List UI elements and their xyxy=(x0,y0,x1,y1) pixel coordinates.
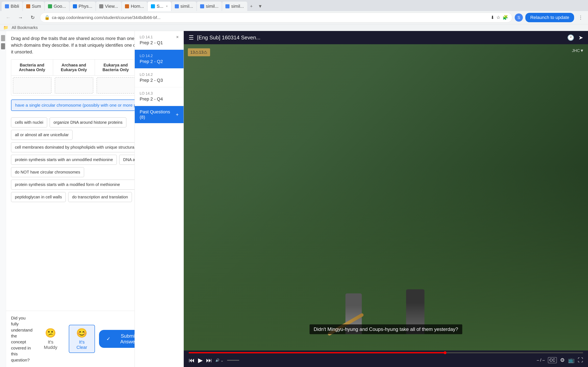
tab-label: Bibli xyxy=(11,4,19,9)
tab-simil2[interactable]: simil... xyxy=(197,2,222,11)
clear-button[interactable]: 😊 It's Clear xyxy=(69,325,95,353)
tab-simil3[interactable]: simil... xyxy=(222,2,247,11)
video-header-icons: 🕐 ➤ xyxy=(567,34,583,41)
tab-favicon xyxy=(225,4,229,8)
col-header-eukarya-bacteria: Eukarya and Bacteria Only xyxy=(95,59,137,75)
past-questions-label: Past Questions (8) xyxy=(140,109,176,120)
drop-zone-1[interactable] xyxy=(13,77,52,94)
extension-icon[interactable]: 🧩 xyxy=(502,15,508,20)
back-button[interactable]: ← xyxy=(3,13,13,22)
trait-label: protein synthesis starts with a modified… xyxy=(15,182,120,187)
tab-phys[interactable]: Phys... xyxy=(70,2,95,11)
bookmark-icon[interactable]: ☆ xyxy=(496,15,501,20)
video-subtitle: Didn't Mingyu-hyung and Coups-hyung take… xyxy=(310,324,462,334)
forward-button[interactable]: → xyxy=(16,13,25,22)
relaunch-button[interactable]: Relaunch to update xyxy=(525,13,574,22)
tab-label: Phys... xyxy=(79,4,92,9)
confidence-question: Did you fully understand the concept cov… xyxy=(11,315,33,363)
webpage-area: Drag and drop the traits that are shared… xyxy=(0,31,184,367)
tab-home[interactable]: Hom... xyxy=(122,2,147,11)
browser-menu-button[interactable]: ⋮ xyxy=(577,13,585,22)
tab-favicon xyxy=(5,4,9,8)
trait-card-cells-nuclei[interactable]: cells with nuclei xyxy=(11,117,47,127)
tab-sum[interactable]: Sum xyxy=(23,2,44,11)
muddy-button[interactable]: 😕 It's Muddy xyxy=(36,325,65,352)
video-menu-icon[interactable]: ☰ xyxy=(189,34,194,41)
address-icons: ⬇ ☆ 🧩 xyxy=(491,15,508,20)
qnav-item-q3[interactable]: LO 14.2 Prep 2 - Q3 xyxy=(135,68,183,87)
trait-label: do NOT have circular chromosomes xyxy=(15,170,80,174)
trait-card-transcription[interactable]: do transcription and translation xyxy=(68,192,132,202)
video-header: ☰ [Eng Sub] 160314 Seven... 🕐 ➤ xyxy=(184,31,588,44)
prev-video-button[interactable]: ⏮ xyxy=(189,357,195,364)
lock-icon: 🔒 xyxy=(44,15,50,20)
tab-google[interactable]: Goo... xyxy=(45,2,69,11)
qnav-lo-q3: LO 14.2 xyxy=(140,73,179,77)
qnav-item-q4[interactable]: LO 14.3 Prep 2 - Q4 xyxy=(135,87,183,106)
placed-card-text: have a single circular chromosome (possi… xyxy=(15,103,152,108)
play-button[interactable]: ▶ xyxy=(198,357,203,364)
settings-button[interactable]: ⚙ xyxy=(560,357,565,363)
qnav-lo-q1: LO 14.1 xyxy=(140,35,179,39)
trait-card-protein-methionine[interactable]: protein synthesis starts with an unmodif… xyxy=(11,155,117,165)
tab-label: simil... xyxy=(231,4,244,9)
qnav-title-q2: Prep 2 - Q2 xyxy=(140,59,179,64)
sidebar-icon xyxy=(1,35,5,41)
tab-label: simil... xyxy=(181,4,193,9)
video-share-icon[interactable]: ➤ xyxy=(579,34,583,41)
trait-card-unicellular[interactable]: all or almost all are unicellular xyxy=(11,130,72,140)
trait-label: all or almost all are unicellular xyxy=(15,133,69,137)
video-watermark-right: JHC▼ xyxy=(572,48,584,53)
tab-favicon xyxy=(73,4,77,8)
trait-label: organize DNA around histone proteins xyxy=(53,120,122,125)
cast-button[interactable]: 📺 xyxy=(568,357,575,363)
tab-label: View... xyxy=(105,4,118,9)
drop-zone-2[interactable] xyxy=(55,77,93,94)
tab-view[interactable]: View... xyxy=(96,2,121,11)
address-bar[interactable]: 🔒 ca-app.codonlearning.com/student/cours… xyxy=(40,13,512,22)
tab-label: Hom... xyxy=(131,4,144,9)
volume-bar[interactable] xyxy=(227,360,239,361)
page-sidebar xyxy=(0,31,6,367)
address-bar-row: ← → ↻ 🔒 ca-app.codonlearning.com/student… xyxy=(0,11,588,24)
controls-row: ⏮ ▶ ⏭ 🔊 ⌄ – / – CC ⚙ 📺 ⛶ xyxy=(189,357,583,364)
question-nav-close-button[interactable]: × xyxy=(174,33,181,41)
tab-overflow-button[interactable]: ▼ xyxy=(255,2,265,11)
trait-card-peptidoglycan[interactable]: peptidoglycan in cell walls xyxy=(11,192,66,202)
past-questions-plus-icon: + xyxy=(176,112,179,117)
qnav-lo-q4: LO 14.3 xyxy=(140,91,179,96)
video-area: ☰ [Eng Sub] 160314 Seven... 🕐 ➤ 13스13스 xyxy=(184,31,588,367)
reload-button[interactable]: ↻ xyxy=(28,13,38,22)
subtitles-button[interactable]: CC xyxy=(548,357,557,363)
fullscreen-button[interactable]: ⛶ xyxy=(578,357,583,363)
qnav-title-q3: Prep 2 - Q3 xyxy=(140,78,179,83)
bookmarks-label: All Bookmarks xyxy=(12,25,38,30)
profile-icon[interactable]: S xyxy=(515,13,523,22)
volume-down-icon: ⌄ xyxy=(220,358,224,363)
trait-card-histones[interactable]: organize DNA around histone proteins xyxy=(50,117,126,127)
clear-emoji: 😊 xyxy=(76,328,87,338)
qnav-item-q2[interactable]: LO 14.2 Prep 2 - Q2 xyxy=(135,50,183,68)
next-video-button[interactable]: ⏭ xyxy=(206,357,212,364)
trait-card-no-circular[interactable]: do NOT have circular chromosomes xyxy=(11,167,84,177)
muddy-label: It's Muddy xyxy=(41,340,61,350)
progress-bar[interactable] xyxy=(189,352,583,353)
tab-simil1[interactable]: simil... xyxy=(172,2,196,11)
trait-label: do transcription and translation xyxy=(72,195,128,199)
col-header-archaea-eukarya: Archaea and Eukarya Only xyxy=(53,59,95,75)
volume-button[interactable]: 🔊 ⌄ xyxy=(215,358,224,363)
new-tab-button[interactable]: + xyxy=(248,2,255,11)
video-clock-icon[interactable]: 🕐 xyxy=(567,34,574,41)
muddy-emoji: 😕 xyxy=(45,328,56,338)
past-questions-button[interactable]: Past Questions (8) + xyxy=(135,106,183,123)
drop-zone-3[interactable] xyxy=(96,77,135,94)
tab-bibliu[interactable]: Bibli xyxy=(2,2,22,11)
volume-icon: 🔊 xyxy=(215,358,219,362)
tab-codon-active[interactable]: S... × xyxy=(148,2,171,11)
tab-label: simil... xyxy=(206,4,218,9)
video-controls: ⏮ ▶ ⏭ 🔊 ⌄ – / – CC ⚙ 📺 ⛶ xyxy=(184,350,588,367)
col-header-bacteria-archaea: Bacteria and Archaea Only xyxy=(11,59,53,75)
download-icon[interactable]: ⬇ xyxy=(491,15,494,20)
clear-label: It's Clear xyxy=(73,340,90,350)
tab-close-icon[interactable]: × xyxy=(166,4,168,8)
